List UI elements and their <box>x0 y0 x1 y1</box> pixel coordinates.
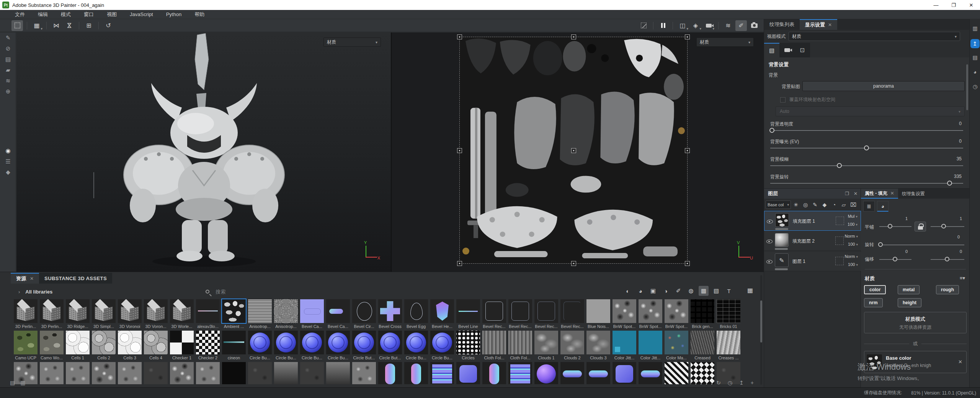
asset-tile[interactable]: Circles <box>456 331 480 360</box>
asset-tile[interactable] <box>534 362 558 384</box>
add-smart-material-icon[interactable]: ✳ <box>791 200 800 209</box>
asset-tile[interactable]: Bevel Rec... <box>482 299 506 329</box>
scrollbar[interactable] <box>966 64 968 110</box>
asset-tile[interactable]: Color Jitt... <box>612 331 636 360</box>
asset-tile[interactable]: Color Ma... <box>665 331 688 360</box>
slider-knob[interactable] <box>864 145 869 150</box>
camera-view-icon[interactable]: ▾ <box>703 20 714 31</box>
asset-tile[interactable]: Bevel Rec... <box>560 299 584 329</box>
asset-tile[interactable]: Cloth Fol... <box>508 331 532 360</box>
menu-item-Python[interactable]: Python <box>160 10 188 19</box>
opacity-dropdown[interactable]: 100 ▾ <box>848 222 858 227</box>
assets-panel-icon[interactable]: ◕ <box>970 67 980 77</box>
asset-tile[interactable]: Circle Bu... <box>404 331 428 360</box>
asset-tile[interactable]: Bevel He... <box>430 299 454 329</box>
asset-tile[interactable]: Creased <box>691 331 714 360</box>
tile-pattern-tool[interactable]: ▦▾ <box>31 20 42 31</box>
asset-tile[interactable]: 3D Voronoi <box>118 299 142 329</box>
mirror-horizontal-icon[interactable]: ⋈ <box>51 20 62 31</box>
asset-tile[interactable] <box>66 362 90 384</box>
colorspace-dropdown[interactable]: Auto▾ <box>776 106 965 116</box>
asset-tile[interactable]: Circle But... <box>378 331 402 360</box>
selection-handle[interactable] <box>685 261 690 266</box>
asset-tile[interactable] <box>378 362 402 384</box>
asset-tile[interactable] <box>691 362 714 384</box>
asset-tile[interactable]: Bevel Ca... <box>300 299 324 329</box>
offset-x-slider[interactable] <box>879 259 911 260</box>
blend-mode-dropdown[interactable]: Mul ▾ <box>848 214 858 219</box>
menu-item-模式[interactable]: 模式 <box>54 10 77 19</box>
clone-tool[interactable]: ⊕ <box>0 86 16 97</box>
asset-tile[interactable]: Cells 2 <box>92 331 116 360</box>
breadcrumb[interactable]: All libraries <box>25 289 52 295</box>
opacity-dropdown[interactable]: 100 ▾ <box>848 242 858 246</box>
asset-tile[interactable]: Checker 2 <box>196 331 220 360</box>
asset-tile[interactable] <box>92 362 116 384</box>
filter-filters-icon[interactable]: ◑ <box>661 286 671 296</box>
split-view-icon[interactable]: ◫▾ <box>677 20 688 31</box>
snapshot-camera-icon[interactable] <box>748 20 760 31</box>
asset-tile[interactable]: Blue Nois... <box>586 299 610 329</box>
asset-tile[interactable]: Circle Bu... <box>300 331 324 360</box>
reset-view-icon[interactable]: ↺ <box>103 20 114 31</box>
viewport-2d[interactable]: 材质▾ V U <box>392 33 764 272</box>
filter-alphas-icon[interactable]: ◍ <box>686 286 696 296</box>
bg-map-field[interactable]: panorama <box>802 81 965 91</box>
new-shelf-icon[interactable]: ▤ <box>10 380 15 386</box>
eye-icon[interactable] <box>766 258 773 264</box>
polygon-fill-tool[interactable]: ▰ <box>0 65 16 75</box>
slider-track[interactable] <box>770 148 963 148</box>
asset-tile[interactable]: Clouds 1 <box>534 331 558 360</box>
asset-tile[interactable]: Camo Wo... <box>40 331 64 360</box>
tab-properties-fill[interactable]: 属性 - 填充✕ <box>861 189 898 199</box>
asset-tile[interactable]: Creases ... <box>717 331 740 360</box>
asset-tile[interactable]: Bevel Rec... <box>508 299 532 329</box>
breadcrumb-chevron-icon[interactable]: › <box>18 289 20 295</box>
selection-handle[interactable] <box>685 148 690 153</box>
filter-brushes-icon[interactable]: ✐ <box>673 286 683 296</box>
slider-knob[interactable] <box>947 181 952 186</box>
grid-view-icon[interactable]: ▦ <box>747 287 753 294</box>
asset-tile[interactable]: BnW Spot... <box>639 299 662 329</box>
viewport-2d-shading-dropdown[interactable]: 材质▾ <box>696 38 754 47</box>
tiling-x-slider[interactable] <box>879 226 911 227</box>
menu-item-窗口[interactable]: 窗口 <box>77 10 100 19</box>
asset-tile[interactable]: Circle Bu... <box>274 331 298 360</box>
add-smart-mask-icon[interactable]: ◔ <box>830 200 839 209</box>
asset-tile[interactable]: Circle Bu... <box>248 331 272 360</box>
recent-imports-icon[interactable]: ◷ <box>728 380 732 386</box>
search-input[interactable] <box>215 289 497 295</box>
camera-settings-tab[interactable] <box>779 43 795 57</box>
asset-tile[interactable] <box>274 362 298 384</box>
paint-tool[interactable]: ✎ <box>0 33 16 43</box>
menu-item-帮助[interactable]: 帮助 <box>188 10 211 19</box>
asset-tile[interactable] <box>118 362 142 384</box>
tab-texture-set-settings[interactable]: 纹理集设置 <box>898 189 929 199</box>
uv-selection-frame[interactable] <box>459 37 688 264</box>
selection-handle[interactable] <box>457 261 462 266</box>
viewport-3d[interactable]: 材质▾ Y X <box>16 33 391 272</box>
asset-tile[interactable] <box>612 362 636 384</box>
frame-focus-icon[interactable]: ⊞ <box>83 20 95 31</box>
menu-item-视图[interactable]: 视图 <box>100 10 123 19</box>
tab-assets[interactable]: 资源✕ <box>11 273 39 284</box>
asset-tile[interactable]: alexav3lo... <box>196 299 220 329</box>
add-paint-layer-icon[interactable]: ✎ <box>810 200 820 209</box>
asset-tile[interactable]: 3D Voron... <box>144 299 168 329</box>
selection-handle[interactable] <box>571 148 576 153</box>
import-resources-icon[interactable]: ▥ <box>20 380 25 386</box>
asset-tile[interactable]: Cells 1 <box>66 331 90 360</box>
asset-tile[interactable] <box>326 362 350 384</box>
asset-tile[interactable]: Brick gen... <box>691 299 714 329</box>
view-mode-dropdown[interactable]: 材质▾ <box>789 32 960 41</box>
asset-tile[interactable]: Cloth Fol... <box>482 331 506 360</box>
material-picker-tool[interactable]: ◉ <box>0 145 16 156</box>
asset-tile[interactable]: 3D Simpl... <box>92 299 116 329</box>
slider-track[interactable] <box>770 183 963 184</box>
menu-item-JavaScript[interactable]: JavaScript <box>123 10 160 19</box>
layer-row[interactable]: 填充图层 2Norm ▾100 ▾ <box>764 231 861 251</box>
asset-tile[interactable]: Bevel Ca... <box>326 299 350 329</box>
asset-tile[interactable]: Bevel Rec... <box>534 299 558 329</box>
material-sort-icon[interactable]: ≡▾ <box>960 275 965 281</box>
environment-settings-tab[interactable]: ▧ <box>764 43 779 57</box>
